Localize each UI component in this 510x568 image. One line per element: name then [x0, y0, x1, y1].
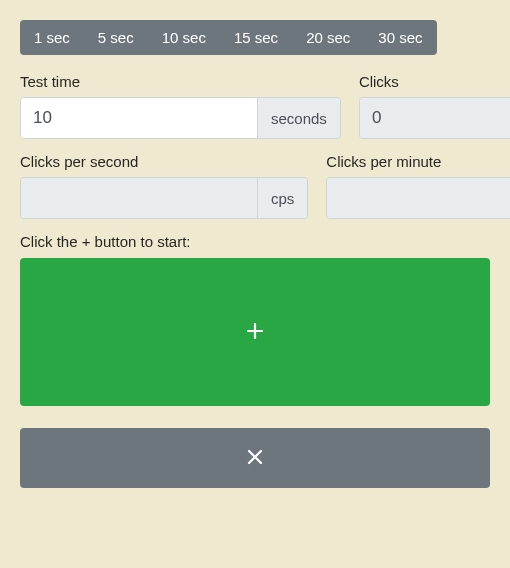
preset-5sec[interactable]: 5 sec	[84, 20, 148, 55]
preset-10sec[interactable]: 10 sec	[148, 20, 220, 55]
preset-20sec[interactable]: 20 sec	[292, 20, 364, 55]
clicks-input	[360, 98, 510, 138]
cps-field: Clicks per second cps	[20, 153, 308, 219]
close-icon	[246, 448, 264, 469]
instruction-text: Click the + button to start:	[20, 233, 490, 250]
start-click-button[interactable]	[20, 258, 490, 406]
cpm-input	[327, 178, 510, 218]
preset-30sec[interactable]: 30 sec	[364, 20, 436, 55]
cps-input	[21, 178, 257, 218]
test-time-label: Test time	[20, 73, 341, 90]
preset-15sec[interactable]: 15 sec	[220, 20, 292, 55]
clicks-label: Clicks	[359, 73, 510, 90]
time-preset-bar: 1 sec 5 sec 10 sec 15 sec 20 sec 30 sec	[20, 20, 437, 55]
cpm-field: Clicks per minute cpm	[326, 153, 510, 219]
clicks-field: Clicks	[359, 73, 510, 139]
cpm-label: Clicks per minute	[326, 153, 510, 170]
test-time-input[interactable]	[21, 98, 257, 138]
test-time-unit: seconds	[257, 98, 340, 138]
preset-1sec[interactable]: 1 sec	[20, 20, 84, 55]
cps-unit: cps	[257, 178, 307, 218]
cps-label: Clicks per second	[20, 153, 308, 170]
test-time-field: Test time seconds	[20, 73, 341, 139]
reset-button[interactable]	[20, 428, 490, 488]
plus-icon	[245, 321, 265, 344]
